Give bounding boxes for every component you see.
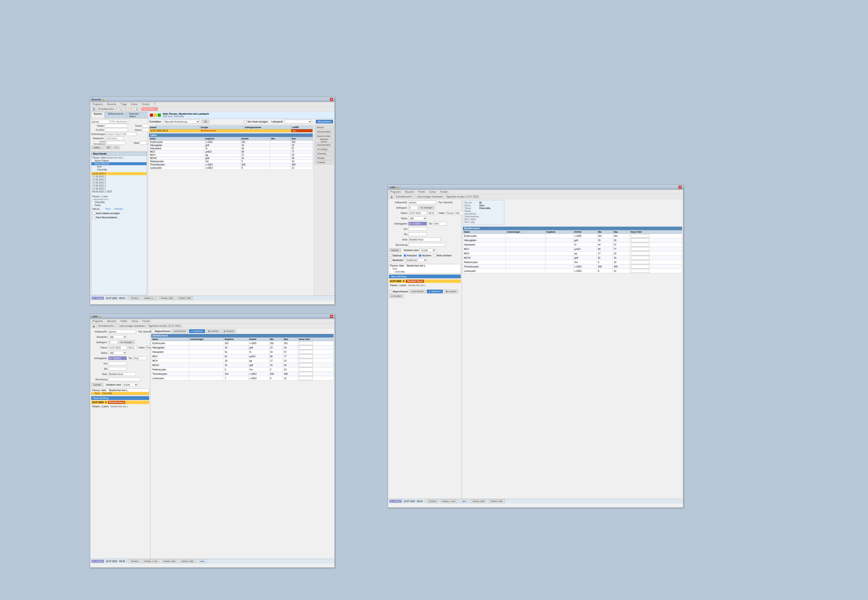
status3-tab-p3[interactable]: Parsen, Helo [489, 499, 505, 503]
search3-bemerkung-input[interactable] [408, 243, 445, 247]
btn-besuch[interactable]: Besuch [315, 126, 333, 129]
search2-notiz-input[interactable] [108, 372, 136, 376]
lab2-neu-input-3[interactable] [299, 355, 313, 358]
cb3-bearbeiter-box[interactable] [389, 259, 392, 262]
tree-neuer-besuch[interactable]: Neuer Besuch [91, 162, 147, 165]
lab2-neu-2[interactable] [298, 350, 333, 354]
close-button-labor-2[interactable]: ✕ [678, 186, 682, 189]
tree-date-2[interactable]: 17.05.2022 2 [91, 175, 147, 178]
lab2-neu-6[interactable] [298, 367, 333, 372]
btn-ok-fremd[interactable]: OK [202, 120, 209, 123]
search2-auftragsgnr-input[interactable] [108, 340, 117, 344]
search3-bis-input[interactable] [408, 232, 427, 236]
btn-aktualisieren[interactable]: Aktualisieren [316, 120, 333, 123]
result3-xero[interactable]: Xero [389, 267, 461, 270]
select2-bearbeiter[interactable]: Alle [108, 335, 127, 339]
search2-auftraggeber-input[interactable] [108, 356, 127, 360]
tb2-schnellansicht[interactable]: Schnellansicht ▾ [97, 324, 116, 328]
btn3-neue-auftrag[interactable]: Neue &Auftrag [389, 274, 461, 278]
lab3-neu-input-7[interactable] [631, 265, 649, 268]
btn3-speichern[interactable]: ✔ Speichern [427, 289, 443, 293]
lab2-neu-4[interactable] [298, 359, 333, 363]
status2-tab-labor[interactable]: Labor [197, 559, 207, 563]
search-stad-input[interactable] [140, 141, 147, 145]
radio-stationar[interactable]: Stationär [389, 254, 402, 257]
tree-hoflinger[interactable]: Höflinger [114, 208, 123, 210]
tree-pferd[interactable]: Pferd [105, 208, 111, 210]
cb-nur-heute[interactable] [244, 120, 247, 123]
tree-date-4[interactable]: 17.05.2022 2 [91, 181, 147, 184]
search3-halter-input[interactable] [446, 211, 464, 215]
btn-korrespondent[interactable]: Korrespondent [315, 143, 333, 147]
search3-auftragsgnr-input[interactable] [408, 206, 417, 209]
status3-tab-labor[interactable]: Labor [459, 499, 469, 503]
select2-status[interactable]: Alle [108, 351, 127, 355]
menu2-besuche[interactable]: Besuche [106, 320, 117, 323]
btn-klinische-gesch[interactable]: Klinische Gesch. [315, 139, 333, 142]
lab3-neu-input-3[interactable] [631, 247, 649, 251]
search-kategorien-input[interactable] [105, 136, 123, 140]
select3-bearbeiter[interactable]: Undefinsert [404, 258, 427, 262]
lab3-neu-input-6[interactable] [631, 260, 649, 264]
lab2-neu-input-8[interactable] [299, 376, 313, 380]
tree-neukirchen-bei[interactable]: Neukirchen bei L. [91, 198, 147, 201]
toolbar-nachrichten[interactable]: Nachrichten ▾ [141, 107, 158, 111]
btn-expand[interactable]: >> [113, 145, 120, 149]
lab3-neu-input-4[interactable] [631, 252, 649, 255]
cb-auch-inactive[interactable]: Auch Inaktive anzeigen [93, 212, 120, 215]
cb-nach-besuch[interactable]: Nach Besuchsdatum [93, 216, 146, 219]
menu-help[interactable]: ? [153, 103, 156, 106]
lab2-neu-3[interactable] [298, 354, 333, 359]
search2-bis-input[interactable] [108, 367, 127, 371]
search2-time-input[interactable] [127, 346, 137, 349]
tree-date-7[interactable]: 09.09.2022 1 TEST [91, 190, 147, 193]
tree-parsen-lorem[interactable]: Parsen, r Lore> [91, 195, 147, 198]
btn3-leere-lochen[interactable]: Leere llochen [409, 289, 426, 293]
tab-patienten-status[interactable]: Patienten-Status [126, 112, 147, 118]
tree-date-6[interactable]: 17.05.2022 1 [91, 187, 147, 190]
tab-stdnachnamen[interactable]: StdNachnamen [105, 112, 126, 118]
menu3-besuche[interactable]: Besuche [404, 190, 415, 194]
lab3-neu-1[interactable] [630, 238, 682, 242]
btn-ok[interactable]: OK [105, 145, 112, 149]
lab3-neu-input-8[interactable] [631, 269, 649, 273]
lab3-neu-4[interactable] [630, 251, 682, 256]
toolbar-icon1[interactable]: 🔍 [118, 107, 123, 111]
btn-protokoll[interactable]: Protokoll [315, 161, 333, 164]
search2-bemerkung-input[interactable] [108, 377, 141, 381]
menu-besuche[interactable]: Besuche [106, 103, 117, 106]
lab3-neu-7[interactable] [630, 264, 682, 269]
lab3-neu-input-2[interactable] [631, 243, 649, 247]
result3-chinchilla[interactable]: Chinchilla [389, 270, 461, 273]
lab2-neu-8[interactable] [298, 376, 333, 380]
search3-von-input[interactable] [408, 227, 427, 231]
btn2-loschen[interactable]: 🗑 Löschen [206, 329, 221, 333]
cb2-abgeschlossen[interactable]: Abgeschlossen [151, 329, 171, 333]
tb3-schnellansicht[interactable]: Schnellansicht ▾ [395, 195, 413, 198]
menu3-fenster[interactable]: Fenster [439, 190, 449, 194]
lab2-neu-0[interactable] [298, 341, 333, 345]
radio-nicht-nuchtern[interactable]: Nicht nüchtern [433, 254, 452, 257]
menu-programm[interactable]: Programm [91, 103, 104, 106]
lab3-neu-0[interactable] [630, 234, 682, 238]
btn3-suchen[interactable]: Suchen [389, 248, 401, 252]
lab2-neu-input-7[interactable] [299, 372, 313, 376]
tree-neuer-patient[interactable]: Neuer Patient [91, 159, 147, 162]
search3-time-input[interactable] [428, 211, 437, 215]
tree-date-1[interactable]: 18.05.2022 0 [91, 172, 147, 175]
btn-aua-beleg[interactable]: AUA-Beleg [315, 147, 333, 151]
menu2-programm[interactable]: Programm [91, 320, 104, 323]
menu2-finden[interactable]: Finden [119, 320, 129, 323]
result-parsen-helo[interactable]: Parsen, Helo Neukirchen bei L. [91, 389, 149, 392]
btn-laden[interactable]: Laden... [91, 145, 104, 149]
result3-date-row[interactable]: 13.07.2022 6 Blutbild-Hund [389, 279, 461, 283]
btn-besuche-histo[interactable]: Besuche Histo. [315, 134, 333, 138]
lab3-neu-2[interactable] [630, 242, 682, 247]
menu2-extras[interactable]: Extras [131, 320, 139, 323]
menu3-finden[interactable]: Finden [417, 190, 426, 194]
lab2-neu-7[interactable] [298, 372, 333, 376]
menu-fenster[interactable]: Fenster [141, 103, 151, 106]
menu3-programm[interactable]: Programm [389, 190, 402, 194]
status2-tab-p2[interactable]: Parsen, Helo [161, 559, 178, 563]
status-tab-p3[interactable]: Parsen, Helo [177, 296, 193, 300]
